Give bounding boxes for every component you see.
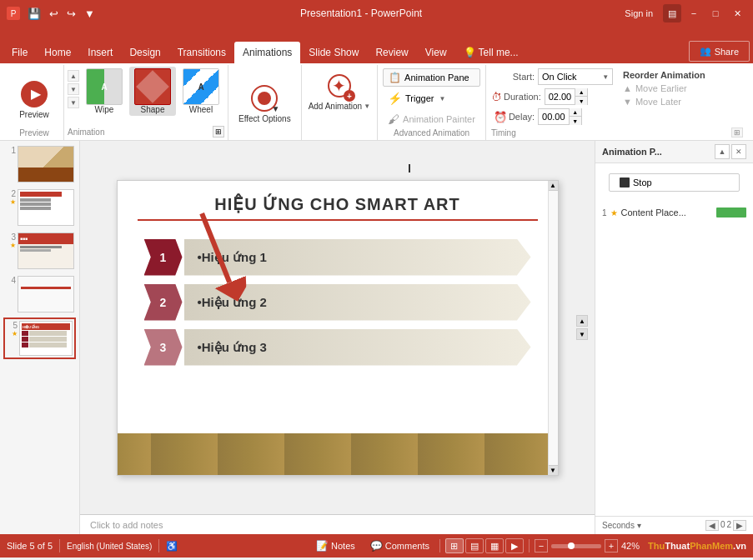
outline-view-btn[interactable]: ▤	[465, 538, 484, 553]
reading-view-btn[interactable]: ▦	[485, 538, 504, 553]
slideshow-view-btn[interactable]: ▶	[505, 538, 524, 553]
status-right: 📝 Notes 💬 Comments ⊞ ▤ ▦ ▶ − + 42% ThuTh…	[311, 538, 746, 553]
zoom-slider[interactable]	[551, 544, 601, 548]
animation-group: ▲ ▼ ▼ A Wipe Shape	[64, 65, 228, 140]
wheel-animation-btn[interactable]: A Wheel	[178, 67, 224, 116]
duration-row: ⏱ Duration: 02.00 ▲ ▼	[491, 88, 613, 105]
wipe-animation-btn[interactable]: A Wipe	[81, 67, 128, 116]
thumb-img-1	[18, 146, 74, 182]
animation-expand-btn[interactable]: ⊞	[213, 126, 224, 138]
anim-list: 1 ★ Content Place...	[595, 202, 753, 516]
nav-down-btn[interactable]: ▼	[576, 328, 588, 340]
start-dropdown[interactable]: On Click ▼	[538, 68, 613, 85]
thumb-img-5: HIỆU ỨNG	[19, 321, 73, 356]
move-later-btn[interactable]: ▼ Move Later	[623, 97, 705, 107]
slide-frame[interactable]: HIỆU ỨNG CHO SMART ART 1 •Hiệu ứng 1 2	[117, 180, 559, 476]
anim-pane-bottom: Seconds ▾ ◀ 0 2 ▶	[595, 516, 753, 534]
notes-btn[interactable]: 📝 Notes	[311, 538, 360, 553]
menu-design[interactable]: Design	[121, 42, 168, 63]
menu-review[interactable]: Review	[367, 42, 416, 63]
language-btn[interactable]: English (United States)	[67, 542, 152, 551]
app-icon: P	[7, 7, 20, 20]
menu-slideshow[interactable]: Slide Show	[300, 42, 367, 63]
minimize-btn[interactable]: −	[685, 4, 703, 22]
slide-thumb-3[interactable]: 3 ★ ■■■	[3, 231, 76, 271]
maximize-btn[interactable]: □	[706, 4, 725, 22]
cursor-indicator	[404, 158, 414, 172]
anim-list-item-1[interactable]: 1 ★ Content Place...	[599, 205, 750, 220]
shape-animation-btn[interactable]: Shape	[129, 67, 176, 116]
effect-options-btn[interactable]: ▼ Effect Options	[233, 81, 296, 125]
animation-painter-btn[interactable]: 🖌 Animation Painter	[383, 110, 480, 128]
comments-btn[interactable]: 💬 Comments	[365, 538, 434, 553]
animation-pane-btn[interactable]: 📋 Animation Pane	[383, 68, 480, 87]
slide-thumb-2[interactable]: 2 ★	[3, 188, 76, 228]
start-row: Start: On Click ▼	[491, 68, 613, 85]
anim-stop-btn[interactable]: Stop	[609, 173, 740, 192]
share-btn[interactable]: 👥 Share	[689, 41, 750, 63]
time-back-btn[interactable]: ◀	[705, 520, 719, 531]
move-earlier-btn[interactable]: ▲ Move Earlier	[623, 83, 705, 93]
nav-up-btn[interactable]: ▲	[576, 315, 588, 327]
normal-view-btn[interactable]: ⊞	[445, 538, 464, 553]
add-animation-group: ✦ + Add Animation ▼	[302, 65, 378, 140]
slide-scroll-up[interactable]: ▲	[549, 181, 558, 191]
close-btn[interactable]: ✕	[728, 4, 746, 22]
thumb-img-4	[18, 276, 74, 312]
zoom-in-btn[interactable]: +	[605, 539, 618, 552]
customize-btn[interactable]: ▼	[82, 6, 98, 22]
reorder-label: Reorder Animation	[623, 70, 705, 80]
undo-btn[interactable]: ↩	[47, 6, 61, 22]
anim-pane-up-btn[interactable]: ▲	[715, 144, 730, 159]
anim-pane-close-btn[interactable]: ✕	[731, 144, 746, 159]
duration-input: 02.00 ▲ ▼	[545, 88, 589, 105]
center-area: HIỆU ỨNG CHO SMART ART 1 •Hiệu ứng 1 2	[80, 141, 595, 534]
notes-bar[interactable]: Click to add notes	[80, 514, 595, 534]
time-nav: ◀ 0 2 ▶	[705, 520, 746, 531]
timing-expand-btn[interactable]: ⊞	[731, 128, 743, 138]
menu-home[interactable]: Home	[36, 42, 79, 63]
accessibility-icon: ♿	[166, 541, 178, 552]
anim-pane-controls: ▲ ✕	[715, 144, 746, 159]
smartart-item-3: 3 •Hiệu ứng 3	[144, 329, 531, 366]
start-label: Start:	[491, 72, 535, 82]
menu-bar: File Home Insert Design Transitions Anim…	[0, 27, 753, 63]
menu-transitions[interactable]: Transitions	[169, 42, 234, 63]
slide-scroll-down[interactable]: ▼	[549, 465, 558, 475]
delay-up[interactable]: ▲	[570, 108, 581, 117]
title-bar: P 💾 ↩ ↪ ▼ Presentation1 - PowerPoint Sig…	[0, 0, 753, 27]
slide-floor	[118, 433, 558, 475]
anim-scroll-up[interactable]: ▲ ▼ ▼	[68, 67, 79, 108]
trigger-btn[interactable]: ⚡ Trigger ▼	[383, 89, 480, 108]
svg-line-1	[178, 213, 252, 282]
menu-animations[interactable]: Animations	[234, 42, 300, 63]
preview-button[interactable]: ▶ Preview	[12, 77, 57, 121]
slide-thumb-5[interactable]: 5 ★ HIỆU ỨNG	[3, 318, 76, 359]
duration-up[interactable]: ▲	[575, 88, 587, 97]
redo-btn[interactable]: ↪	[64, 6, 78, 22]
slide-thumb-1[interactable]: 1 ★	[3, 144, 76, 184]
menu-tellme[interactable]: 💡 Tell me...	[455, 42, 527, 63]
title-bar-left: P 💾 ↩ ↪ ▼	[7, 6, 98, 22]
zoom-out-btn[interactable]: −	[535, 539, 548, 552]
timing-controls: Start: On Click ▼ ⏱ Duration: 02.00	[491, 68, 613, 128]
effect-options-group: ▼ Effect Options	[228, 65, 302, 140]
slide-thumb-4[interactable]: 4 ★	[3, 274, 76, 314]
menu-view[interactable]: View	[417, 42, 455, 63]
add-animation-btn[interactable]: ✦ + Add Animation ▼	[305, 68, 374, 112]
timing-label: Timing ⊞	[491, 128, 743, 140]
stop-icon	[620, 178, 630, 188]
duration-down[interactable]: ▼	[575, 97, 587, 105]
delay-down[interactable]: ▼	[570, 117, 581, 125]
slide-vscroll: ▲ ▼	[548, 181, 558, 475]
zoom-thumb[interactable]	[568, 542, 575, 549]
menu-insert[interactable]: Insert	[79, 42, 121, 63]
menu-file[interactable]: File	[3, 42, 36, 63]
time-fwd-btn[interactable]: ▶	[733, 520, 746, 531]
ribbon-toggle-btn[interactable]: ▤	[663, 4, 681, 22]
save-btn[interactable]: 💾	[25, 6, 43, 22]
signin-btn[interactable]: Sign in	[625, 8, 653, 18]
zoom-percent[interactable]: 42%	[621, 541, 640, 551]
title-bar-right: Sign in ▤ − □ ✕	[625, 4, 746, 22]
watermark: ThuThuatPhanMem.vn	[648, 541, 746, 551]
